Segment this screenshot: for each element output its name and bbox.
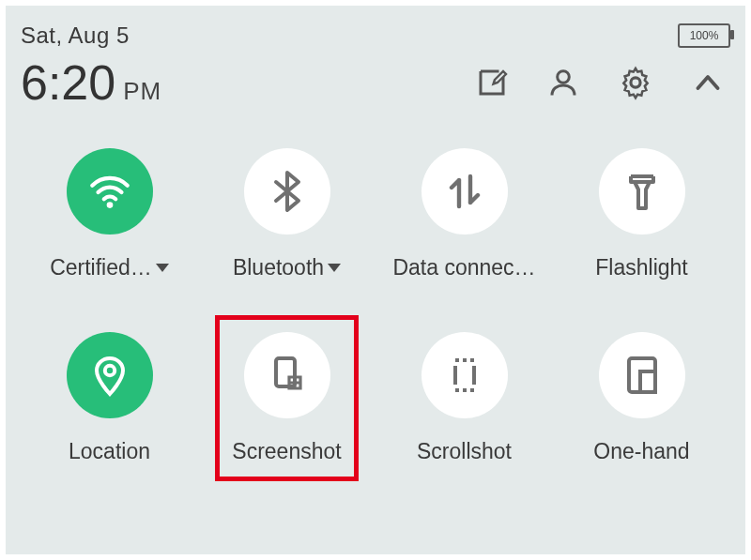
- time-and-toolbar-row: 6:20 PM: [21, 54, 730, 111]
- tile-scrollshot[interactable]: Scrollshot: [376, 332, 553, 464]
- bluetooth-icon: [244, 148, 330, 235]
- settings-gear-icon[interactable]: [618, 65, 653, 100]
- collapse-chevron-icon[interactable]: [691, 66, 725, 99]
- tile-label: Bluetooth: [233, 255, 324, 280]
- tile-label: One-hand: [593, 439, 689, 464]
- tile-flashlight[interactable]: Flashlight: [553, 148, 730, 280]
- quick-settings-grid: Certified… Bluetooth: [21, 148, 730, 464]
- time-period: PM: [123, 77, 161, 106]
- tile-flashlight-label-row: Flashlight: [595, 255, 687, 280]
- highlight-frame: [215, 315, 359, 481]
- svg-rect-6: [640, 371, 655, 392]
- status-bar: Sat, Aug 5 100%: [21, 23, 730, 49]
- dropdown-icon[interactable]: [156, 264, 169, 272]
- clock: 6:20 PM: [21, 54, 161, 111]
- wifi-icon: [67, 148, 153, 235]
- tile-screenshot[interactable]: Screenshot: [198, 332, 376, 464]
- tile-label: Data connec…: [392, 255, 535, 280]
- toolbar: [475, 65, 725, 100]
- dropdown-icon[interactable]: [328, 264, 341, 272]
- tile-location-label-row: Location: [69, 439, 150, 464]
- flashlight-icon: [599, 148, 685, 235]
- quick-settings-panel: Sat, Aug 5 100% 6:20 PM: [6, 6, 745, 554]
- svg-point-1: [631, 78, 640, 87]
- tile-data-label-row: Data connec…: [392, 255, 535, 280]
- tile-one-hand[interactable]: One-hand: [553, 332, 730, 464]
- battery-icon: 100%: [678, 23, 730, 48]
- tile-wifi[interactable]: Certified…: [21, 148, 198, 280]
- tile-label: Scrollshot: [417, 439, 512, 464]
- tile-label: Certified…: [50, 255, 152, 280]
- tile-wifi-label-row: Certified…: [50, 255, 169, 280]
- svg-point-0: [558, 71, 570, 83]
- time-value: 6:20: [21, 54, 115, 111]
- tile-scrollshot-label-row: Scrollshot: [417, 439, 512, 464]
- location-pin-icon: [67, 332, 153, 418]
- tile-one-hand-label-row: One-hand: [593, 439, 689, 464]
- edit-icon[interactable]: [475, 66, 509, 99]
- scrollshot-icon: [421, 332, 508, 418]
- svg-point-3: [104, 366, 114, 375]
- battery-percent: 100%: [690, 29, 719, 42]
- tile-data-connection[interactable]: Data connec…: [376, 148, 553, 280]
- tile-bluetooth-label-row: Bluetooth: [233, 255, 341, 280]
- tile-location[interactable]: Location: [21, 332, 198, 464]
- profile-icon[interactable]: [546, 66, 580, 99]
- tile-bluetooth[interactable]: Bluetooth: [198, 148, 376, 280]
- svg-point-2: [106, 202, 113, 208]
- battery-indicator: 100%: [678, 23, 730, 48]
- one-hand-icon: [599, 332, 685, 418]
- tile-label: Flashlight: [595, 255, 687, 280]
- data-arrows-icon: [421, 148, 508, 235]
- tile-label: Location: [69, 439, 150, 464]
- date-text: Sat, Aug 5: [21, 23, 130, 49]
